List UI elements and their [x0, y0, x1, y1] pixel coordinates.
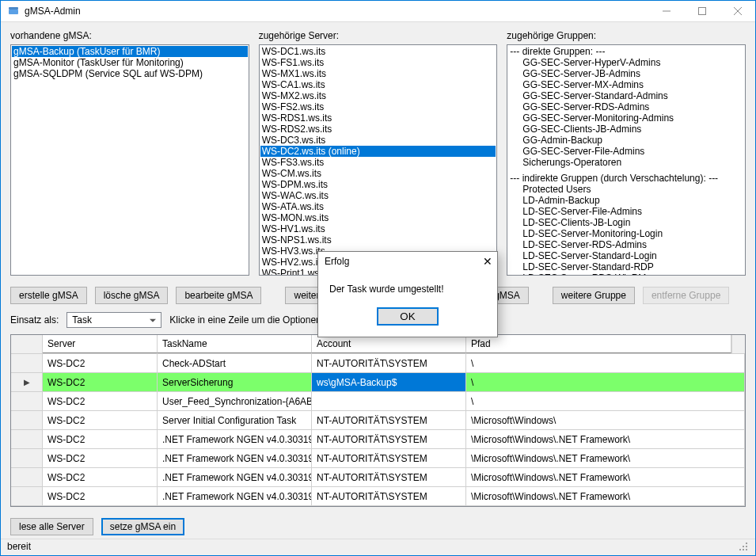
list-item[interactable]: WS-RDS2.ws.its — [260, 124, 496, 135]
cell-server[interactable]: WS-DC2 — [43, 392, 158, 410]
read-all-servers-button[interactable]: lese alle Server — [10, 518, 93, 535]
list-item[interactable]: WS-DPM.ws.its — [260, 179, 496, 190]
col-server[interactable]: Server — [43, 335, 158, 353]
table-row[interactable]: WS-DC2.NET Framework NGEN v4.0.30319NT-A… — [11, 430, 745, 449]
row-header[interactable] — [11, 392, 43, 410]
list-item[interactable]: LD-SEC-Server-RDS-WinRM — [508, 272, 744, 276]
maximize-button[interactable] — [684, 1, 720, 21]
cell-pfad[interactable]: \ — [466, 392, 745, 410]
list-item[interactable]: WS-DC2.ws.its (online) — [260, 146, 496, 157]
einsatz-combo[interactable]: Task — [66, 312, 161, 328]
table-row[interactable]: WS-DC2.NET Framework NGEN v4.0.30319 64N… — [11, 449, 745, 468]
row-header[interactable] — [11, 468, 43, 486]
cell-pfad[interactable]: \Microsoft\Windows\.NET Framework\ — [466, 430, 745, 448]
list-item[interactable]: WS-NPS1.ws.its — [260, 234, 496, 246]
col-pfad[interactable]: Pfad — [466, 335, 731, 353]
cell-account[interactable]: NT-AUTORITÄT\SYSTEM — [312, 411, 466, 429]
list-item[interactable]: LD-SEC-Server-File-Admins — [508, 206, 744, 217]
list-item[interactable]: WS-MON.ws.its — [260, 212, 496, 223]
list-item[interactable]: WS-ATA.ws.its — [260, 201, 496, 212]
list-item[interactable]: WS-CM.ws.its — [260, 168, 496, 179]
cell-account[interactable]: NT-AUTORITÄT\SYSTEM — [312, 468, 466, 486]
cell-task[interactable]: .NET Framework NGEN v4.0.30319 64 — [158, 449, 312, 467]
table-row[interactable]: WS-DC2.NET Framework NGEN v4.0.30319 6..… — [11, 468, 745, 487]
set-gmsa-button[interactable]: setze gMSA ein — [101, 518, 184, 535]
table-row[interactable]: WS-DC2Check-ADStartNT-AUTORITÄT\SYSTEM\ — [11, 354, 745, 373]
list-section-header[interactable]: --- direkte Gruppen: --- — [508, 46, 744, 57]
table-row[interactable]: ▶WS-DC2ServerSicherungws\gMSA-Backup$\ — [11, 373, 745, 392]
list-item[interactable]: LD-SEC-Server-Standard-Login — [508, 250, 744, 261]
cell-account[interactable]: ws\gMSA-Backup$ — [312, 373, 466, 391]
cell-server[interactable]: WS-DC2 — [43, 487, 158, 505]
cell-task[interactable]: ServerSicherung — [158, 373, 312, 391]
task-grid[interactable]: Server TaskName Account Pfad WS-DC2Check… — [10, 334, 746, 507]
col-account[interactable]: Account — [312, 335, 466, 353]
create-gmsa-button[interactable]: erstelle gMSA — [10, 287, 87, 304]
list-item[interactable]: Sicherungs-Operatoren — [508, 157, 744, 168]
gmsa-listbox[interactable]: gMSA-Backup (TaskUser für BMR)gMSA-Monit… — [10, 44, 249, 276]
add-group-button[interactable]: weitere Gruppe — [553, 287, 635, 304]
list-item[interactable]: GG-SEC-Server-MX-Admins — [508, 79, 744, 90]
cell-task[interactable]: .NET Framework NGEN v4.0.30319 C... — [158, 487, 312, 505]
list-item[interactable]: LD-SEC-Server-Monitoring-Login — [508, 228, 744, 239]
close-button[interactable] — [720, 1, 755, 21]
delete-gmsa-button[interactable]: lösche gMSA — [95, 287, 169, 304]
list-item[interactable]: GG-SEC-Server-RDS-Admins — [508, 101, 744, 112]
cell-server[interactable]: WS-DC2 — [43, 449, 158, 467]
cell-server[interactable]: WS-DC2 — [43, 354, 158, 372]
table-row[interactable]: WS-DC2Server Initial Configuration TaskN… — [11, 411, 745, 430]
cell-pfad[interactable]: \Microsoft\Windows\.NET Framework\ — [466, 468, 745, 486]
list-item[interactable]: WS-CA1.ws.its — [260, 79, 496, 90]
cell-pfad[interactable]: \Microsoft\Windows\.NET Framework\ — [466, 487, 745, 505]
list-item[interactable]: GG-SEC-Clients-JB-Admins — [508, 124, 744, 135]
cell-server[interactable]: WS-DC2 — [43, 373, 158, 391]
row-header[interactable] — [11, 411, 43, 429]
list-item[interactable]: GG-SEC-Server-Standard-Admins — [508, 90, 744, 101]
cell-task[interactable]: .NET Framework NGEN v4.0.30319 — [158, 430, 312, 448]
cell-pfad[interactable]: \ — [466, 354, 745, 372]
list-item[interactable]: LD-Admin-Backup — [508, 195, 744, 206]
server-listbox[interactable]: WS-DC1.ws.itsWS-FS1.ws.itsWS-MX1.ws.itsW… — [259, 44, 498, 276]
table-row[interactable]: WS-DC2User_Feed_Synchronization-{A6AB57.… — [11, 392, 745, 411]
cell-task[interactable]: Check-ADStart — [158, 354, 312, 372]
dialog-close-icon[interactable]: ✕ — [483, 255, 492, 268]
row-header[interactable] — [11, 354, 43, 372]
cell-account[interactable]: NT-AUTORITÄT\SYSTEM — [312, 430, 466, 448]
list-item[interactable]: LD-SEC-Clients-JB-Login — [508, 217, 744, 228]
list-item[interactable]: Protected Users — [508, 184, 744, 195]
cell-account[interactable]: NT-AUTORITÄT\SYSTEM — [312, 449, 466, 467]
table-row[interactable]: WS-DC2.NET Framework NGEN v4.0.30319 C..… — [11, 487, 745, 506]
cell-account[interactable]: NT-AUTORITÄT\SYSTEM — [312, 487, 466, 505]
list-item[interactable]: WS-DC3.ws.its — [260, 135, 496, 146]
remove-group-button[interactable]: entferne Gruppe — [643, 287, 729, 304]
list-item[interactable]: WS-MX1.ws.its — [260, 68, 496, 79]
list-section-header[interactable]: --- indirekte Gruppen (durch Verschachte… — [508, 173, 744, 184]
group-listbox[interactable]: --- direkte Gruppen: ---GG-SEC-Server-Hy… — [507, 44, 746, 276]
row-header[interactable] — [11, 487, 43, 505]
list-item[interactable]: WS-DC1.ws.its — [260, 46, 496, 57]
row-header[interactable] — [11, 430, 43, 448]
edit-gmsa-button[interactable]: bearbeite gMSA — [176, 287, 261, 304]
row-header[interactable] — [11, 449, 43, 467]
list-item[interactable]: gMSA-Monitor (TaskUser für Monitoring) — [12, 57, 248, 68]
list-item[interactable]: gMSA-SQLDPM (Service SQL auf WS-DPM) — [12, 68, 248, 79]
cell-pfad[interactable]: \Microsoft\Windows\.NET Framework\ — [466, 449, 745, 467]
list-item[interactable]: gMSA-Backup (TaskUser für BMR) — [12, 46, 248, 57]
list-item[interactable]: WS-FS1.ws.its — [260, 57, 496, 68]
list-item[interactable]: GG-Admin-Backup — [508, 135, 744, 146]
cell-task[interactable]: User_Feed_Synchronization-{A6AB57... — [158, 392, 312, 410]
row-header[interactable]: ▶ — [11, 373, 43, 391]
dialog-ok-button[interactable]: OK — [377, 307, 439, 326]
cell-server[interactable]: WS-DC2 — [43, 411, 158, 429]
cell-task[interactable]: Server Initial Configuration Task — [158, 411, 312, 429]
list-item[interactable]: WS-FS2.ws.its — [260, 101, 496, 112]
list-item[interactable]: GG-SEC-Server-Monitoring-Admins — [508, 112, 744, 124]
list-item[interactable]: WS-WAC.ws.its — [260, 190, 496, 201]
cell-task[interactable]: .NET Framework NGEN v4.0.30319 6... — [158, 468, 312, 486]
cell-server[interactable]: WS-DC2 — [43, 430, 158, 448]
resize-grip-icon[interactable] — [739, 543, 749, 552]
cell-pfad[interactable]: \Microsoft\Windows\ — [466, 411, 745, 429]
list-item[interactable]: GG-SEC-Server-File-Admins — [508, 146, 744, 157]
list-item[interactable]: GG-SEC-Server-JB-Admins — [508, 68, 744, 79]
list-item[interactable]: LD-SEC-Server-Standard-RDP — [508, 261, 744, 272]
